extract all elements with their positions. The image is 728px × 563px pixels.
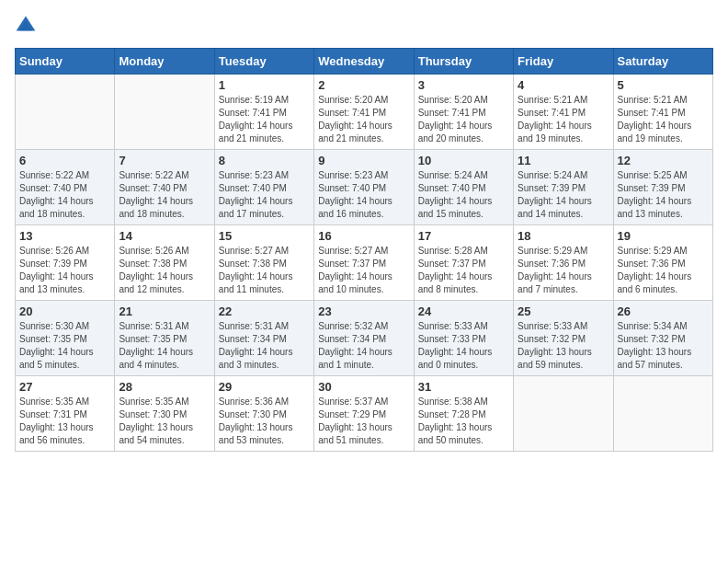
calendar-week-row: 20Sunrise: 5:30 AM Sunset: 7:35 PM Dayli… xyxy=(16,301,713,376)
weekday-header: Thursday xyxy=(414,49,513,75)
day-number: 24 xyxy=(418,304,509,318)
day-number: 25 xyxy=(518,304,609,318)
weekday-header: Saturday xyxy=(613,49,712,75)
day-number: 1 xyxy=(219,78,310,92)
calendar-week-row: 13Sunrise: 5:26 AM Sunset: 7:39 PM Dayli… xyxy=(16,225,713,301)
day-detail: Sunrise: 5:34 AM Sunset: 7:32 PM Dayligh… xyxy=(618,320,709,372)
calendar-cell: 3Sunrise: 5:20 AM Sunset: 7:41 PM Daylig… xyxy=(414,75,513,150)
calendar-cell: 11Sunrise: 5:24 AM Sunset: 7:39 PM Dayli… xyxy=(514,150,613,225)
day-number: 28 xyxy=(119,380,210,394)
calendar-cell: 15Sunrise: 5:27 AM Sunset: 7:38 PM Dayli… xyxy=(214,225,313,301)
day-number: 23 xyxy=(318,304,409,318)
page-header xyxy=(15,15,713,37)
calendar-cell: 23Sunrise: 5:32 AM Sunset: 7:34 PM Dayli… xyxy=(314,301,414,376)
calendar-cell: 22Sunrise: 5:31 AM Sunset: 7:34 PM Dayli… xyxy=(214,301,313,376)
calendar-cell: 13Sunrise: 5:26 AM Sunset: 7:39 PM Dayli… xyxy=(16,225,115,301)
calendar-cell xyxy=(514,376,613,452)
calendar-cell xyxy=(613,376,712,452)
day-detail: Sunrise: 5:35 AM Sunset: 7:30 PM Dayligh… xyxy=(119,396,210,447)
calendar-table: SundayMondayTuesdayWednesdayThursdayFrid… xyxy=(15,48,713,452)
calendar-cell: 6Sunrise: 5:22 AM Sunset: 7:40 PM Daylig… xyxy=(16,150,115,225)
calendar-cell: 28Sunrise: 5:35 AM Sunset: 7:30 PM Dayli… xyxy=(115,376,214,452)
calendar-cell: 27Sunrise: 5:35 AM Sunset: 7:31 PM Dayli… xyxy=(16,376,115,452)
day-number: 21 xyxy=(119,304,210,318)
day-number: 15 xyxy=(219,229,310,243)
day-detail: Sunrise: 5:32 AM Sunset: 7:34 PM Dayligh… xyxy=(318,320,409,372)
day-detail: Sunrise: 5:27 AM Sunset: 7:38 PM Dayligh… xyxy=(219,245,310,296)
day-detail: Sunrise: 5:27 AM Sunset: 7:37 PM Dayligh… xyxy=(318,245,409,296)
day-number: 4 xyxy=(518,78,609,92)
day-detail: Sunrise: 5:21 AM Sunset: 7:41 PM Dayligh… xyxy=(518,94,609,145)
calendar-cell: 29Sunrise: 5:36 AM Sunset: 7:30 PM Dayli… xyxy=(214,376,313,452)
calendar-cell: 5Sunrise: 5:21 AM Sunset: 7:41 PM Daylig… xyxy=(613,75,712,150)
day-number: 31 xyxy=(418,380,509,394)
calendar-cell: 1Sunrise: 5:19 AM Sunset: 7:41 PM Daylig… xyxy=(214,75,313,150)
day-number: 5 xyxy=(618,78,709,92)
day-detail: Sunrise: 5:25 AM Sunset: 7:39 PM Dayligh… xyxy=(618,169,709,221)
logo-icon xyxy=(15,15,37,37)
weekday-header: Tuesday xyxy=(214,49,313,75)
day-detail: Sunrise: 5:26 AM Sunset: 7:39 PM Dayligh… xyxy=(19,245,110,296)
calendar-cell: 19Sunrise: 5:29 AM Sunset: 7:36 PM Dayli… xyxy=(613,225,712,301)
logo xyxy=(15,15,40,37)
calendar-cell: 16Sunrise: 5:27 AM Sunset: 7:37 PM Dayli… xyxy=(314,225,414,301)
day-number: 29 xyxy=(219,380,310,394)
day-detail: Sunrise: 5:23 AM Sunset: 7:40 PM Dayligh… xyxy=(318,169,409,221)
calendar-cell: 2Sunrise: 5:20 AM Sunset: 7:41 PM Daylig… xyxy=(314,75,414,150)
day-detail: Sunrise: 5:19 AM Sunset: 7:41 PM Dayligh… xyxy=(219,94,310,145)
calendar-cell: 18Sunrise: 5:29 AM Sunset: 7:36 PM Dayli… xyxy=(514,225,613,301)
day-number: 7 xyxy=(119,154,210,167)
day-number: 2 xyxy=(318,78,409,92)
calendar-cell: 24Sunrise: 5:33 AM Sunset: 7:33 PM Dayli… xyxy=(414,301,513,376)
day-number: 6 xyxy=(19,154,110,167)
day-detail: Sunrise: 5:30 AM Sunset: 7:35 PM Dayligh… xyxy=(19,320,110,372)
calendar-cell: 10Sunrise: 5:24 AM Sunset: 7:40 PM Dayli… xyxy=(414,150,513,225)
calendar-cell xyxy=(115,75,214,150)
day-detail: Sunrise: 5:21 AM Sunset: 7:41 PM Dayligh… xyxy=(618,94,709,145)
day-number: 20 xyxy=(19,304,110,318)
calendar-cell: 25Sunrise: 5:33 AM Sunset: 7:32 PM Dayli… xyxy=(514,301,613,376)
day-detail: Sunrise: 5:24 AM Sunset: 7:39 PM Dayligh… xyxy=(518,169,609,221)
weekday-header: Sunday xyxy=(16,49,115,75)
day-number: 9 xyxy=(318,154,409,167)
calendar-cell: 8Sunrise: 5:23 AM Sunset: 7:40 PM Daylig… xyxy=(214,150,313,225)
day-number: 3 xyxy=(418,78,509,92)
calendar-cell: 17Sunrise: 5:28 AM Sunset: 7:37 PM Dayli… xyxy=(414,225,513,301)
calendar-cell: 7Sunrise: 5:22 AM Sunset: 7:40 PM Daylig… xyxy=(115,150,214,225)
day-number: 14 xyxy=(119,229,210,243)
calendar-cell xyxy=(16,75,115,150)
calendar-cell: 26Sunrise: 5:34 AM Sunset: 7:32 PM Dayli… xyxy=(613,301,712,376)
day-detail: Sunrise: 5:29 AM Sunset: 7:36 PM Dayligh… xyxy=(518,245,609,296)
day-number: 10 xyxy=(418,154,509,167)
day-number: 26 xyxy=(618,304,709,318)
weekday-header: Friday xyxy=(514,49,613,75)
day-detail: Sunrise: 5:35 AM Sunset: 7:31 PM Dayligh… xyxy=(19,396,110,447)
calendar-cell: 20Sunrise: 5:30 AM Sunset: 7:35 PM Dayli… xyxy=(16,301,115,376)
day-detail: Sunrise: 5:37 AM Sunset: 7:29 PM Dayligh… xyxy=(318,396,409,447)
calendar-cell: 4Sunrise: 5:21 AM Sunset: 7:41 PM Daylig… xyxy=(514,75,613,150)
day-detail: Sunrise: 5:22 AM Sunset: 7:40 PM Dayligh… xyxy=(19,169,110,221)
day-number: 22 xyxy=(219,304,310,318)
weekday-header: Wednesday xyxy=(314,49,414,75)
calendar-cell: 14Sunrise: 5:26 AM Sunset: 7:38 PM Dayli… xyxy=(115,225,214,301)
calendar-cell: 12Sunrise: 5:25 AM Sunset: 7:39 PM Dayli… xyxy=(613,150,712,225)
day-detail: Sunrise: 5:20 AM Sunset: 7:41 PM Dayligh… xyxy=(318,94,409,145)
day-detail: Sunrise: 5:23 AM Sunset: 7:40 PM Dayligh… xyxy=(219,169,310,221)
day-number: 27 xyxy=(19,380,110,394)
day-number: 8 xyxy=(219,154,310,167)
calendar-cell: 30Sunrise: 5:37 AM Sunset: 7:29 PM Dayli… xyxy=(314,376,414,452)
day-detail: Sunrise: 5:20 AM Sunset: 7:41 PM Dayligh… xyxy=(418,94,509,145)
day-detail: Sunrise: 5:38 AM Sunset: 7:28 PM Dayligh… xyxy=(418,396,509,447)
day-number: 16 xyxy=(318,229,409,243)
day-detail: Sunrise: 5:22 AM Sunset: 7:40 PM Dayligh… xyxy=(119,169,210,221)
day-number: 11 xyxy=(518,154,609,167)
day-detail: Sunrise: 5:33 AM Sunset: 7:32 PM Dayligh… xyxy=(518,320,609,372)
calendar-cell: 31Sunrise: 5:38 AM Sunset: 7:28 PM Dayli… xyxy=(414,376,513,452)
calendar-week-row: 6Sunrise: 5:22 AM Sunset: 7:40 PM Daylig… xyxy=(16,150,713,225)
calendar-header-row: SundayMondayTuesdayWednesdayThursdayFrid… xyxy=(16,49,713,75)
day-number: 18 xyxy=(518,229,609,243)
day-detail: Sunrise: 5:29 AM Sunset: 7:36 PM Dayligh… xyxy=(618,245,709,296)
day-number: 30 xyxy=(318,380,409,394)
day-number: 12 xyxy=(618,154,709,167)
day-number: 19 xyxy=(618,229,709,243)
